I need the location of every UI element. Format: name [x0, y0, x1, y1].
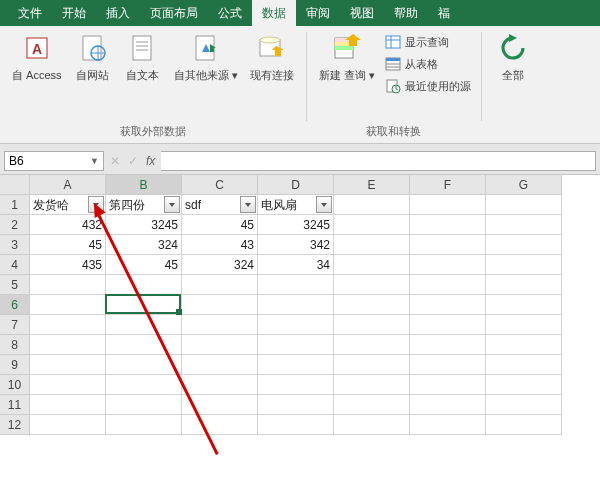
- filter-button[interactable]: [164, 196, 180, 213]
- ribbon-btn-3[interactable]: 自其他来源 ▾: [168, 28, 244, 86]
- tab-文件[interactable]: 文件: [8, 0, 52, 26]
- cell-A10[interactable]: [30, 375, 106, 395]
- cell-C10[interactable]: [182, 375, 258, 395]
- cell-F11[interactable]: [410, 395, 486, 415]
- tab-开始[interactable]: 开始: [52, 0, 96, 26]
- refresh-all-button[interactable]: 全部: [488, 28, 538, 86]
- cell-D11[interactable]: [258, 395, 334, 415]
- cell-D5[interactable]: [258, 275, 334, 295]
- cell-C8[interactable]: [182, 335, 258, 355]
- cell-G2[interactable]: [486, 215, 562, 235]
- row-header-3[interactable]: 3: [0, 235, 30, 255]
- cell-D2[interactable]: 3245: [258, 215, 334, 235]
- row-header-6[interactable]: 6: [0, 295, 30, 315]
- cell-G12[interactable]: [486, 415, 562, 435]
- cell-G9[interactable]: [486, 355, 562, 375]
- cell-D3[interactable]: 342: [258, 235, 334, 255]
- cell-C2[interactable]: 45: [182, 215, 258, 235]
- cell-B11[interactable]: [106, 395, 182, 415]
- cell-E12[interactable]: [334, 415, 410, 435]
- cell-G7[interactable]: [486, 315, 562, 335]
- row-header-2[interactable]: 2: [0, 215, 30, 235]
- cell-D1[interactable]: 电风扇: [258, 195, 334, 215]
- dropdown-icon[interactable]: ▼: [90, 156, 99, 166]
- cell-A8[interactable]: [30, 335, 106, 355]
- cancel-icon[interactable]: ✕: [110, 154, 120, 168]
- cell-B2[interactable]: 3245: [106, 215, 182, 235]
- cell-B7[interactable]: [106, 315, 182, 335]
- cell-G3[interactable]: [486, 235, 562, 255]
- ribbon-small-0[interactable]: 显示查询: [381, 32, 475, 52]
- cell-A9[interactable]: [30, 355, 106, 375]
- cell-F12[interactable]: [410, 415, 486, 435]
- col-header-C[interactable]: C: [182, 175, 258, 195]
- cell-C1[interactable]: sdf: [182, 195, 258, 215]
- ribbon-btn-0[interactable]: A自 Access: [6, 28, 68, 86]
- cell-G1[interactable]: [486, 195, 562, 215]
- col-header-F[interactable]: F: [410, 175, 486, 195]
- cell-F2[interactable]: [410, 215, 486, 235]
- new-query-button[interactable]: 新建 查询 ▾: [313, 28, 381, 86]
- ribbon-btn-4[interactable]: 现有连接: [244, 28, 300, 86]
- cell-E3[interactable]: [334, 235, 410, 255]
- cell-C4[interactable]: 324: [182, 255, 258, 275]
- tab-视图[interactable]: 视图: [340, 0, 384, 26]
- cell-C6[interactable]: [182, 295, 258, 315]
- cell-G10[interactable]: [486, 375, 562, 395]
- cell-F7[interactable]: [410, 315, 486, 335]
- cell-C5[interactable]: [182, 275, 258, 295]
- tab-审阅[interactable]: 审阅: [296, 0, 340, 26]
- cell-E6[interactable]: [334, 295, 410, 315]
- cell-A12[interactable]: [30, 415, 106, 435]
- cell-E8[interactable]: [334, 335, 410, 355]
- tab-帮助[interactable]: 帮助: [384, 0, 428, 26]
- cell-D10[interactable]: [258, 375, 334, 395]
- row-header-10[interactable]: 10: [0, 375, 30, 395]
- cell-G6[interactable]: [486, 295, 562, 315]
- tab-数据[interactable]: 数据: [252, 0, 296, 26]
- cell-F4[interactable]: [410, 255, 486, 275]
- cell-D7[interactable]: [258, 315, 334, 335]
- ribbon-btn-2[interactable]: 自文本: [118, 28, 168, 86]
- cell-E5[interactable]: [334, 275, 410, 295]
- row-header-8[interactable]: 8: [0, 335, 30, 355]
- cell-A7[interactable]: [30, 315, 106, 335]
- col-header-E[interactable]: E: [334, 175, 410, 195]
- row-header-1[interactable]: 1: [0, 195, 30, 215]
- filter-button[interactable]: [316, 196, 332, 213]
- cell-C3[interactable]: 43: [182, 235, 258, 255]
- cell-D6[interactable]: [258, 295, 334, 315]
- fx-icon[interactable]: fx: [146, 154, 155, 168]
- select-all-triangle[interactable]: [0, 175, 30, 195]
- cell-F5[interactable]: [410, 275, 486, 295]
- cell-G5[interactable]: [486, 275, 562, 295]
- row-header-12[interactable]: 12: [0, 415, 30, 435]
- row-header-5[interactable]: 5: [0, 275, 30, 295]
- ribbon-btn-1[interactable]: 自网站: [68, 28, 118, 86]
- cell-C12[interactable]: [182, 415, 258, 435]
- col-header-A[interactable]: A: [30, 175, 106, 195]
- name-box[interactable]: B6 ▼: [4, 151, 104, 171]
- tab-福[interactable]: 福: [428, 0, 460, 26]
- cell-E10[interactable]: [334, 375, 410, 395]
- cell-D9[interactable]: [258, 355, 334, 375]
- row-header-4[interactable]: 4: [0, 255, 30, 275]
- tab-页面布局[interactable]: 页面布局: [140, 0, 208, 26]
- cell-C7[interactable]: [182, 315, 258, 335]
- cell-E4[interactable]: [334, 255, 410, 275]
- enter-icon[interactable]: ✓: [128, 154, 138, 168]
- cell-A6[interactable]: [30, 295, 106, 315]
- col-header-G[interactable]: G: [486, 175, 562, 195]
- cell-E1[interactable]: [334, 195, 410, 215]
- cell-G4[interactable]: [486, 255, 562, 275]
- cell-G11[interactable]: [486, 395, 562, 415]
- row-header-7[interactable]: 7: [0, 315, 30, 335]
- cell-D4[interactable]: 34: [258, 255, 334, 275]
- filter-button[interactable]: [240, 196, 256, 213]
- row-header-11[interactable]: 11: [0, 395, 30, 415]
- tab-插入[interactable]: 插入: [96, 0, 140, 26]
- tab-公式[interactable]: 公式: [208, 0, 252, 26]
- cell-F1[interactable]: [410, 195, 486, 215]
- cell-B1[interactable]: 第四份: [106, 195, 182, 215]
- cell-B8[interactable]: [106, 335, 182, 355]
